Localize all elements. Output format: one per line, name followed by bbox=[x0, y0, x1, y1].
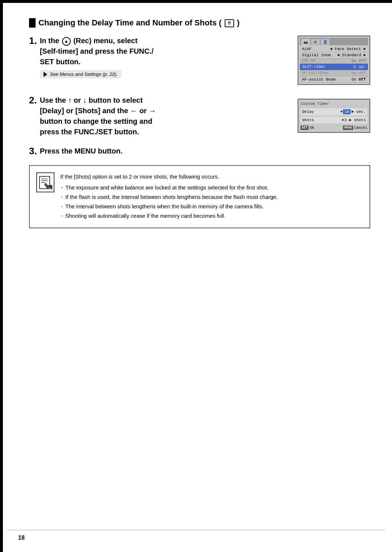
cam-tab-person: 👤 bbox=[321, 39, 330, 45]
note-list: The exposure and white balance are locke… bbox=[60, 183, 363, 220]
custom-timer-menu: Custom Timer Delay ◄ 10 ► sec. Shots ◄ 3… bbox=[298, 99, 370, 133]
section-header: Changing the Delay Time and Number of Sh… bbox=[29, 18, 370, 28]
cam-row-mf: MF 100-200mm On Off bbox=[300, 70, 368, 77]
ct-row-delay: Delay ◄ 10 ► sec. bbox=[301, 108, 367, 115]
ct-value-delay: ◄ 10 ► sec. bbox=[340, 109, 366, 114]
ct-row-shots: Shots ◄ 3 ► shots bbox=[301, 117, 367, 123]
page-number: 18 bbox=[18, 535, 25, 541]
step-1-content: 1. In the ● (Rec) menu, select [Self-tim… bbox=[29, 36, 290, 78]
note-text: See Menus and Settings (p. 22). bbox=[50, 71, 118, 77]
ct-value-shots: ◄ 3 ► shots bbox=[342, 118, 366, 122]
step-2-menu-image: Custom Timer Delay ◄ 10 ► sec. Shots ◄ 3… bbox=[298, 95, 370, 133]
step-1-text: In the ● (Rec) menu, select [Self-timer]… bbox=[40, 36, 154, 67]
note-icon-svg bbox=[39, 176, 52, 189]
step-3-row: 3. Press the MENU button. bbox=[29, 146, 370, 156]
cam-row-digital-zoom: Digital Zoom ◄ Standard ► bbox=[300, 52, 368, 58]
step-3-text: Press the MENU button. bbox=[40, 146, 123, 156]
section-header-bar bbox=[29, 18, 36, 28]
ct-ok-btn: SET OK bbox=[301, 126, 314, 130]
rec-icon-inline: ● bbox=[62, 37, 71, 46]
ct-cancel-btn: MENU Cancel bbox=[343, 126, 367, 130]
ct-title: Custom Timer bbox=[301, 102, 367, 106]
arrow-icon bbox=[44, 72, 47, 77]
cam-row-aiaf: AiAF ◄ Face Detect ► bbox=[300, 46, 368, 52]
step-2-number: 2. bbox=[29, 95, 37, 106]
bottom-line bbox=[7, 530, 385, 530]
ct-label-shots: Shots bbox=[302, 118, 314, 122]
or-1: or bbox=[74, 96, 81, 104]
step-3-number: 3. bbox=[29, 146, 37, 156]
custom-timer-icon: ⏱ bbox=[225, 19, 234, 27]
section-title: Changing the Delay Time and Number of Sh… bbox=[38, 18, 240, 28]
note-bullet-1: The exposure and white balance are locke… bbox=[60, 183, 363, 192]
note-icon bbox=[36, 172, 54, 192]
note-bullet-2: If the flash is used, the interval betwe… bbox=[60, 193, 363, 201]
note-bullet-3: The interval between shots lengthens whe… bbox=[60, 202, 363, 211]
note-bullet-4: Shooting will automatically cease if the… bbox=[60, 212, 363, 220]
step-1-number: 1. bbox=[29, 36, 37, 46]
step-2-row: 2. Use the ↑ or ↓ button to select [Dela… bbox=[29, 95, 370, 137]
or-2: or bbox=[66, 107, 73, 115]
or-3: or bbox=[139, 107, 147, 115]
step-2-content: 2. Use the ↑ or ↓ button to select [Dela… bbox=[29, 95, 290, 137]
cam-tab-camera: 📷 bbox=[301, 39, 310, 45]
section-title-text: Changing the Delay Time and Number of Sh… bbox=[38, 18, 221, 27]
cam-row-self-timer: Self-timer ⏲SET bbox=[300, 64, 368, 70]
ct-footer: SET OK MENU Cancel bbox=[301, 126, 367, 130]
step-1-menu-image: 📷 ⚙ 👤 AiAF ◄ Face Detect ► Digital Zoom … bbox=[298, 36, 370, 85]
camera-menu: 📷 ⚙ 👤 AiAF ◄ Face Detect ► Digital Zoom … bbox=[298, 36, 370, 85]
step-2-text: Use the ↑ or ↓ button to select [Delay] … bbox=[40, 95, 156, 137]
step-1-row: 1. In the ● (Rec) menu, select [Self-tim… bbox=[29, 36, 370, 85]
note-box: If the [Shots] option is set to 2 or mor… bbox=[29, 165, 370, 228]
ct-label-delay: Delay bbox=[302, 110, 314, 114]
note-intro: If the [Shots] option is set to 2 or mor… bbox=[60, 172, 363, 181]
cam-row-iso: ISO 125 On Off bbox=[300, 58, 368, 64]
cam-row-af-assist: AF-assist Beam On Off bbox=[300, 77, 368, 83]
cam-menu-tabs: 📷 ⚙ 👤 bbox=[300, 38, 368, 45]
note-content: If the [Shots] option is set to 2 or mor… bbox=[60, 172, 363, 221]
cam-tab-settings: ⚙ bbox=[311, 39, 320, 45]
step-1-note: See Menus and Settings (p. 22). bbox=[40, 70, 121, 78]
